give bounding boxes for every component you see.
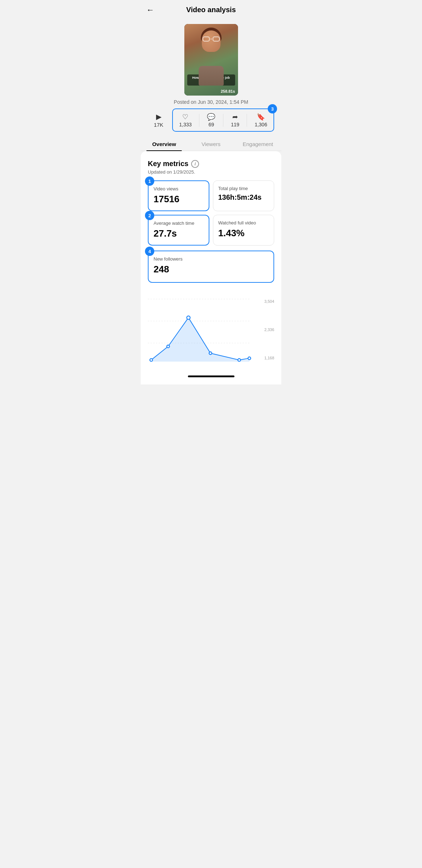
play-stat: ▶ 17K xyxy=(148,112,169,128)
metric-card-play-time: Total play time 136h:5m:24s xyxy=(213,180,275,211)
stats-badge: 3 xyxy=(268,104,277,113)
home-indicator xyxy=(188,375,234,377)
metric-card-new-followers: 4 New followers 248 xyxy=(148,251,274,283)
shares-stat: ➦ 119 xyxy=(229,113,241,127)
back-button[interactable]: ← xyxy=(146,5,154,15)
shares-count: 119 xyxy=(231,122,239,127)
comment-icon: 💬 xyxy=(207,113,215,121)
comments-count: 69 xyxy=(209,122,214,127)
metric-value-watchtime: 27.7s xyxy=(154,228,204,239)
video-duration: 258.81s xyxy=(221,89,235,93)
stats-section: ▶ 17K 3 ♡ 1,333 💬 69 ➦ 119 🔖 1,306 xyxy=(141,108,281,132)
chart-y-label-bot: 1,168 xyxy=(264,356,274,360)
metric-card-avg-watch: 2 Average watch time 27.7s xyxy=(148,215,209,246)
bottom-bar xyxy=(141,372,281,384)
metric-value-playtime: 136h:5m:24s xyxy=(218,193,269,202)
chart-dot-1 xyxy=(150,359,153,362)
metric-label-followers: New followers xyxy=(154,256,268,262)
play-count: 17K xyxy=(154,122,164,128)
metric-label-views: Video views xyxy=(154,186,204,191)
tab-overview[interactable]: Overview xyxy=(141,137,188,151)
video-posted-date: Posted on Jun 30, 2024, 1:54 PM xyxy=(174,99,248,105)
stat-divider-2 xyxy=(223,114,223,127)
video-thumbnail[interactable]: How to find a remote job outside the US … xyxy=(184,24,238,96)
video-section: How to find a remote job outside the US … xyxy=(141,20,281,105)
content-area: Key metrics i Updated on 1/29/2025. 1 Vi… xyxy=(141,151,281,372)
bookmarks-count: 1,306 xyxy=(254,122,267,127)
metrics-grid: 1 Video views 17516 Total play time 136h… xyxy=(148,180,274,246)
metric-label-playtime: Total play time xyxy=(218,186,269,191)
card-badge-1: 1 xyxy=(145,176,154,186)
chart-dot-3 xyxy=(187,316,190,319)
likes-stat: ♡ 1,333 xyxy=(177,113,194,127)
chart-area-fill xyxy=(151,317,249,362)
metric-label-watchtime: Average watch time xyxy=(154,220,204,226)
chart-dot-2 xyxy=(167,345,170,348)
chart-dot-6 xyxy=(248,357,251,360)
chart-svg xyxy=(148,296,263,363)
card-badge-2: 2 xyxy=(145,211,154,220)
key-metrics-header: Key metrics i xyxy=(148,160,274,168)
metric-value-views: 17516 xyxy=(154,194,204,205)
heart-icon: ♡ xyxy=(182,113,188,121)
chart-y-axis: 3,504 2,336 1,168 xyxy=(263,296,274,360)
tab-engagement[interactable]: Engagement xyxy=(234,137,281,151)
key-metrics-updated: Updated on 1/29/2025. xyxy=(148,169,274,175)
chart-y-label-mid: 2,336 xyxy=(264,328,274,332)
metric-card-video-views: 1 Video views 17516 xyxy=(148,180,209,211)
chart-container xyxy=(148,296,263,365)
bookmark-icon: 🔖 xyxy=(257,113,265,121)
metric-label-fullvideo: Watched full video xyxy=(218,220,269,226)
chart-dot-4 xyxy=(209,352,212,355)
tabs: Overview Viewers Engagement xyxy=(141,137,281,151)
likes-count: 1,333 xyxy=(179,122,191,127)
metric-value-fullvideo: 1.43% xyxy=(218,228,269,239)
chart-y-label-top: 3,504 xyxy=(264,299,274,304)
stat-divider-3 xyxy=(247,114,247,127)
stat-divider-1 xyxy=(199,114,199,127)
tab-viewers[interactable]: Viewers xyxy=(188,137,234,151)
key-metrics-title: Key metrics xyxy=(148,160,188,168)
metric-value-followers: 248 xyxy=(154,264,268,275)
play-icon: ▶ xyxy=(156,112,161,121)
header: ← Video analysis xyxy=(141,0,281,20)
info-icon[interactable]: i xyxy=(191,160,199,168)
comments-stat: 💬 69 xyxy=(205,113,218,127)
chart-area: 3,504 2,336 1,168 xyxy=(148,288,274,365)
share-icon: ➦ xyxy=(232,113,238,121)
metric-card-full-video: Watched full video 1.43% xyxy=(213,215,275,246)
chart-dot-5 xyxy=(238,359,241,362)
page-title: Video analysis xyxy=(186,6,236,14)
engagement-stats-box: 3 ♡ 1,333 💬 69 ➦ 119 🔖 1,306 xyxy=(172,108,274,132)
bookmarks-stat: 🔖 1,306 xyxy=(252,113,269,127)
card-badge-4: 4 xyxy=(145,247,154,256)
